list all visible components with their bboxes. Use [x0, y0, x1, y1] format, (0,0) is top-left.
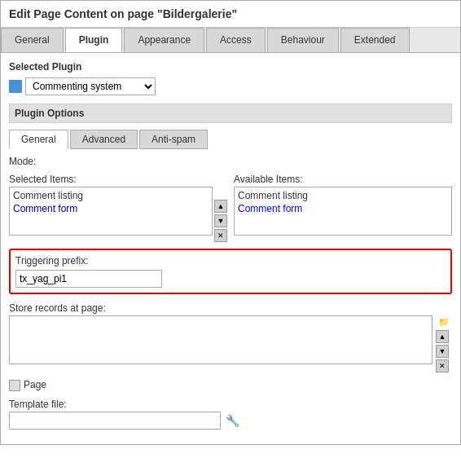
move-up-button[interactable]: ▲ — [214, 200, 227, 213]
page-icon — [9, 380, 20, 391]
plugin-options-label: Plugin Options — [9, 104, 452, 123]
store-records-label: Store records at page: — [9, 302, 452, 314]
list-item[interactable]: Comment listing — [236, 189, 450, 202]
remove-button[interactable]: ✕ — [214, 229, 227, 242]
selected-plugin-section: Selected Plugin Commenting system — [9, 61, 452, 95]
list-item[interactable]: Comment form — [236, 202, 450, 215]
items-section: Selected Items: Comment listing Comment … — [9, 174, 452, 242]
wizard-icon[interactable]: 🔧 — [224, 412, 240, 429]
selected-items-col: Selected Items: Comment listing Comment … — [9, 174, 227, 242]
folder-button[interactable]: 📁 — [436, 315, 452, 328]
selected-plugin-label: Selected Plugin — [9, 61, 452, 73]
tab-access[interactable]: Access — [206, 28, 266, 52]
subtab-antispam[interactable]: Anti-spam — [139, 130, 208, 149]
main-tabs: General Plugin Appearance Access Behavio… — [1, 28, 460, 53]
title-bar: Edit Page Content on page "Bildergalerie… — [1, 1, 460, 28]
available-items-col: Available Items: Comment listing Comment… — [234, 174, 452, 242]
tab-general[interactable]: General — [1, 28, 64, 52]
subtab-general[interactable]: General — [9, 130, 68, 149]
selected-items-list[interactable]: Comment listing Comment form — [9, 187, 213, 236]
subtab-advanced[interactable]: Advanced — [70, 130, 138, 149]
page-label: Page — [24, 379, 46, 390]
tab-behaviour[interactable]: Behaviour — [267, 28, 339, 52]
tab-plugin[interactable]: Plugin — [65, 28, 123, 52]
template-row: 🔧 — [9, 412, 452, 430]
template-file-section: Template file: 🔧 — [9, 399, 452, 430]
mode-row: Mode: — [9, 156, 452, 167]
plugin-icon — [9, 80, 22, 93]
selected-items-label: Selected Items: — [9, 174, 227, 185]
content-area: Selected Plugin Commenting system Plugin… — [1, 53, 460, 444]
store-arrow-col: 📁 ▲ ▼ ✕ — [436, 315, 452, 372]
triggering-prefix-input[interactable] — [15, 270, 162, 288]
store-records-section: Store records at page: 📁 ▲ ▼ ✕ — [9, 302, 452, 372]
triggering-prefix-box: Triggering prefix: — [9, 249, 452, 294]
template-file-input[interactable] — [9, 412, 221, 430]
plugin-select-row: Commenting system — [9, 77, 452, 95]
mode-label: Mode: — [9, 156, 36, 167]
triggering-prefix-label: Triggering prefix: — [15, 255, 446, 267]
store-move-up-button[interactable]: ▲ — [436, 330, 449, 343]
page-row: Page — [9, 379, 452, 392]
main-container: Edit Page Content on page "Bildergalerie… — [0, 0, 461, 445]
plugin-dropdown[interactable]: Commenting system — [25, 77, 156, 95]
tab-extended[interactable]: Extended — [340, 28, 410, 52]
store-records-row: 📁 ▲ ▼ ✕ — [9, 315, 452, 372]
selected-arrow-buttons: ▲ ▼ ✕ — [214, 187, 227, 242]
move-down-button[interactable]: ▼ — [214, 214, 227, 227]
store-remove-button[interactable]: ✕ — [436, 359, 449, 372]
plugin-options-section: Plugin Options General Advanced Anti-spa… — [9, 104, 452, 430]
store-records-list[interactable] — [9, 315, 432, 364]
sub-tabs: General Advanced Anti-spam — [9, 130, 452, 149]
template-file-label: Template file: — [9, 399, 452, 410]
store-move-down-button[interactable]: ▼ — [436, 345, 449, 358]
page-title: Edit Page Content on page "Bildergalerie… — [9, 7, 237, 20]
available-items-label: Available Items: — [234, 174, 452, 185]
tab-appearance[interactable]: Appearance — [124, 28, 204, 52]
list-item[interactable]: Comment form — [11, 202, 210, 215]
list-item[interactable]: Comment listing — [11, 189, 210, 202]
selected-items-wrapper: Comment listing Comment form ▲ ▼ ✕ — [9, 187, 227, 242]
available-items-list[interactable]: Comment listing Comment form — [234, 187, 452, 236]
